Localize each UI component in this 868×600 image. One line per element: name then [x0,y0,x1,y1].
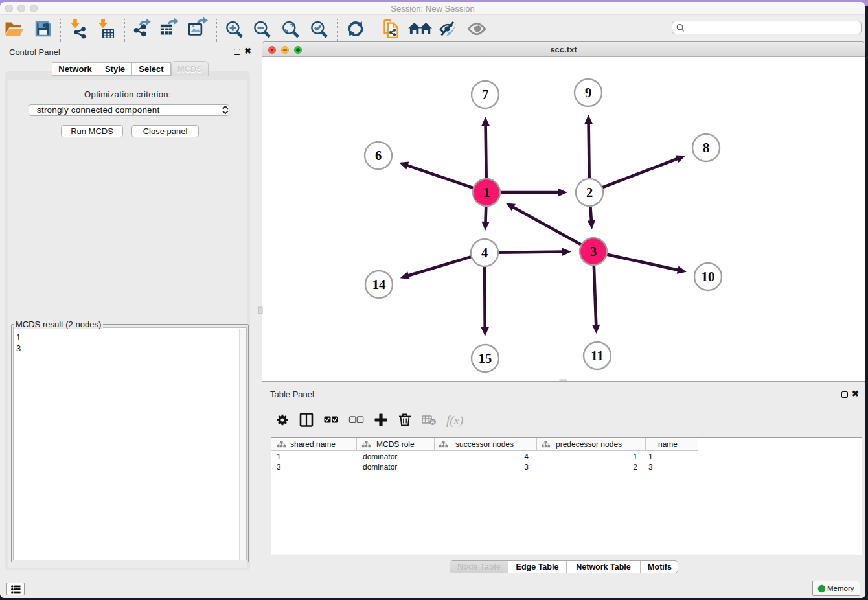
svg-text:2: 2 [586,185,593,200]
svg-text:8: 8 [703,141,709,155]
svg-text:9: 9 [585,86,591,100]
svg-text:10: 10 [702,270,715,284]
svg-text:1: 1 [483,185,490,200]
svg-text:7: 7 [482,87,488,102]
svg-text:15: 15 [479,351,492,365]
svg-text:4: 4 [481,246,488,260]
svg-text:14: 14 [372,277,386,292]
svg-text:11: 11 [591,349,603,363]
svg-text:f(x): f(x) [446,413,463,428]
svg-text:3: 3 [590,244,597,259]
svg-text:6: 6 [375,148,382,163]
